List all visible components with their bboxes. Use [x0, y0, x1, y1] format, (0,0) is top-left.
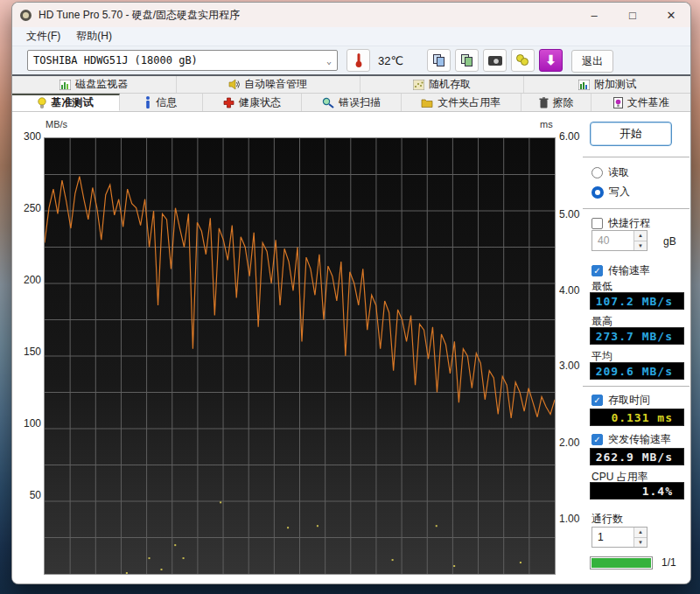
spinner-up-icon[interactable]: ▲ — [634, 528, 647, 538]
screenshot-button[interactable] — [483, 49, 507, 72]
transfer-rate-checkbox[interactable]: ✓ — [592, 265, 603, 276]
transfer-rate-option[interactable]: ✓ 传输速率 — [592, 263, 650, 278]
access-time-display: 0.131 ms — [590, 409, 684, 426]
menu-bar: 文件(F) 帮助(H) — [12, 27, 690, 46]
tab-label: 错误扫描 — [339, 95, 381, 110]
benchmark-content: MB/s ms 300 250 200 150 100 50 6.00 5.00… — [12, 112, 690, 584]
tab-row-secondary: 磁盘监视器 自动噪音管理 随机存取 附加测试 — [12, 76, 690, 94]
close-button[interactable]: ✕ — [652, 3, 690, 27]
spinner-down-icon[interactable]: ▼ — [634, 538, 647, 548]
min-value-display: 107.2 MB/s — [590, 292, 684, 310]
avg-value-display: 209.6 MB/s — [590, 362, 684, 380]
app-logo-icon — [20, 10, 32, 21]
tab-label: 基准测试 — [51, 95, 93, 110]
tab-row-primary: 基准测试 信息 健康状态 错误扫描 文件夹占用率 擦除 文件基准 — [12, 94, 690, 112]
shortstroke-label: 快捷行程 — [608, 216, 650, 231]
ms-tick-4: 4.00 — [559, 284, 579, 297]
shortstroke-unit: gB — [663, 235, 676, 248]
transfer-rate-label: 传输速率 — [608, 263, 650, 278]
copy-image-icon — [461, 54, 473, 67]
minimize-button[interactable]: – — [575, 3, 613, 27]
write-option[interactable]: 写入 — [592, 185, 630, 199]
temperature-button[interactable] — [346, 49, 370, 72]
y-tick-100: 100 — [12, 417, 41, 430]
tab-health[interactable]: 健康状态 — [203, 94, 303, 111]
y-tick-200: 200 — [12, 274, 41, 286]
ms-tick-5: 5.00 — [559, 208, 579, 220]
write-radio[interactable] — [592, 186, 604, 199]
tab-label: 附加测试 — [594, 77, 636, 92]
toolbar: TOSHIBA HDWG51J (18000 gB) ⌄ 32℃ ⬇ 退出 — [12, 46, 690, 76]
pass-count-value: 1 — [592, 528, 634, 547]
spinner-down-icon[interactable]: ▼ — [634, 241, 647, 251]
maximize-button[interactable]: □ — [613, 3, 652, 27]
shortstroke-size-value: 40 — [592, 231, 634, 250]
tab-erase[interactable]: 擦除 — [522, 94, 592, 111]
spinner-buttons: ▲▼ — [634, 528, 647, 547]
progress-bar — [590, 556, 653, 570]
ms-tick-1: 1.00 — [559, 513, 579, 525]
start-button[interactable]: 开始 — [590, 122, 672, 146]
read-radio[interactable] — [592, 167, 603, 178]
spinner-up-icon[interactable]: ▲ — [634, 231, 647, 241]
magnifier-icon — [322, 97, 334, 108]
tab-disk-monitor[interactable]: 磁盘监视器 — [12, 76, 177, 93]
copy-text-icon — [433, 54, 445, 67]
access-time-checkbox[interactable]: ✓ — [592, 395, 603, 406]
tab-label: 健康状态 — [239, 95, 281, 110]
menu-help[interactable]: 帮助(H) — [68, 27, 120, 45]
temperature-value: 32℃ — [378, 54, 403, 67]
shortstroke-option[interactable]: 快捷行程 — [592, 216, 650, 231]
exit-button[interactable]: 退出 — [571, 50, 613, 73]
y-tick-150: 150 — [12, 346, 41, 358]
ms-tick-3: 3.00 — [559, 360, 579, 372]
random-access-icon — [413, 80, 424, 90]
download-update-button[interactable]: ⬇ — [539, 49, 563, 72]
tab-label: 自动噪音管理 — [244, 77, 307, 92]
separator — [583, 386, 690, 387]
tab-error-scan[interactable]: 错误扫描 — [302, 94, 402, 111]
burst-rate-option[interactable]: ✓ 突发传输速率 — [592, 432, 671, 447]
tab-label: 文件夹占用率 — [438, 95, 500, 110]
burst-rate-display: 262.9 MB/s — [590, 448, 684, 465]
extra-tests-icon — [578, 80, 590, 90]
file-benchmark-icon — [613, 97, 623, 108]
tab-label: 文件基准 — [627, 95, 669, 110]
tab-auto-acoustic[interactable]: 自动噪音管理 — [177, 76, 360, 93]
transfer-rate-plot — [45, 138, 555, 574]
shortstroke-size-spinner[interactable]: 40 ▲▼ — [592, 230, 648, 251]
folder-icon — [421, 98, 433, 108]
pass-count-spinner[interactable]: 1 ▲▼ — [592, 527, 648, 548]
tab-benchmark[interactable]: 基准测试 — [12, 94, 120, 111]
tab-label: 擦除 — [553, 95, 574, 110]
save-results-button[interactable] — [511, 49, 535, 72]
tab-info[interactable]: 信息 — [120, 94, 203, 111]
read-option[interactable]: 读取 — [592, 165, 629, 180]
hdtune-window: HD Tune Pro 5.70 - 硬盘/固态硬盘实用程序 – □ ✕ 文件(… — [11, 2, 691, 584]
drive-select-dropdown[interactable]: TOSHIBA HDWG51J (18000 gB) ⌄ — [27, 50, 338, 71]
thermometer-icon — [354, 52, 363, 68]
shortstroke-checkbox[interactable] — [592, 218, 603, 229]
coins-icon — [516, 54, 529, 66]
access-time-option[interactable]: ✓ 存取时间 — [592, 393, 650, 408]
tab-random-access[interactable]: 随机存取 — [360, 76, 525, 93]
max-value-display: 273.7 MB/s — [590, 327, 684, 345]
read-label: 读取 — [608, 165, 629, 180]
benchmark-chart — [44, 137, 556, 575]
window-title: HD Tune Pro 5.70 - 硬盘/固态硬盘实用程序 — [38, 8, 240, 23]
tab-extra-tests[interactable]: 附加测试 — [524, 76, 690, 93]
burst-rate-checkbox[interactable]: ✓ — [592, 434, 603, 445]
copy-image-button[interactable] — [455, 49, 479, 72]
trash-icon — [539, 97, 549, 108]
menu-file[interactable]: 文件(F) — [18, 27, 68, 45]
tab-file-benchmark[interactable]: 文件基准 — [592, 94, 690, 111]
tab-folder-usage[interactable]: 文件夹占用率 — [402, 94, 522, 111]
toolbar-buttons: ⬇ — [427, 49, 567, 72]
y-tick-50: 50 — [12, 489, 41, 501]
cpu-usage-display: 1.4% — [590, 482, 684, 500]
info-icon — [144, 96, 151, 108]
separator — [583, 157, 690, 157]
pass-count-label: 通行数 — [592, 512, 623, 527]
window-controls: – □ ✕ — [575, 3, 690, 27]
copy-text-button[interactable] — [427, 49, 451, 72]
